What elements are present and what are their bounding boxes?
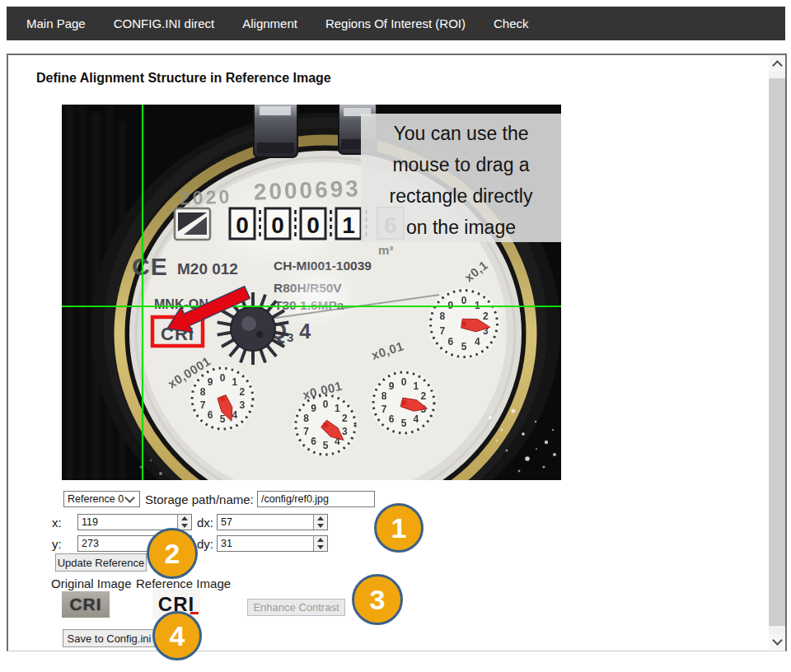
svg-text:2: 2: [483, 310, 489, 322]
svg-text:9: 9: [389, 380, 395, 392]
svg-text:1: 1: [232, 376, 237, 388]
unit-label: m³: [378, 243, 393, 257]
svg-text:1: 1: [413, 380, 419, 392]
svg-text:8: 8: [200, 386, 206, 398]
svg-text:5: 5: [323, 440, 329, 451]
dx-label: dx:: [197, 516, 213, 530]
svg-text:0: 0: [236, 212, 249, 238]
svg-text:5: 5: [461, 341, 467, 352]
chevron-down-icon: [772, 635, 783, 646]
enhance-contrast-button[interactable]: Enhance Contrast: [247, 599, 345, 616]
storage-path-label: Storage path/name:: [145, 492, 254, 506]
reference-select[interactable]: Reference 0: [63, 491, 140, 507]
svg-text:0: 0: [461, 295, 467, 306]
dy-label: dy:: [197, 537, 213, 551]
dx-input[interactable]: 57: [217, 514, 328, 530]
svg-text:0: 0: [401, 376, 407, 388]
step-badge-4: 4: [152, 611, 202, 660]
svg-text:1: 1: [335, 403, 340, 414]
x-stepper[interactable]: [177, 515, 191, 530]
nav-item-regions-of-interest-roi[interactable]: Regions Of Interest (ROI): [325, 16, 466, 30]
svg-text:8: 8: [381, 390, 387, 402]
nav-item-check[interactable]: Check: [494, 16, 529, 30]
svg-text:8: 8: [303, 413, 309, 424]
nav-item-alignment[interactable]: Alignment: [242, 16, 297, 30]
top-clip-left: [254, 105, 297, 157]
svg-text:3: 3: [342, 426, 348, 437]
storage-path-input[interactable]: /config/ref0.jpg: [257, 491, 375, 507]
svg-text:1: 1: [342, 212, 355, 238]
svg-text:7: 7: [200, 399, 206, 411]
original-image-label: Original Image: [51, 576, 132, 590]
svg-text:2000693: 2000693: [253, 175, 361, 205]
svg-text:6: 6: [208, 409, 213, 421]
svg-text:5: 5: [401, 418, 407, 429]
svg-text:3: 3: [240, 399, 246, 411]
svg-text:2020: 2020: [180, 186, 232, 209]
svg-text:7: 7: [439, 325, 445, 337]
svg-text:2: 2: [421, 390, 427, 402]
drag-hint: You can use the mouse to drag a rectangl…: [361, 114, 561, 242]
reference-image-label: Reference Image: [136, 576, 231, 590]
svg-text:6: 6: [447, 336, 453, 348]
svg-text:0: 0: [271, 212, 284, 238]
svg-text:2: 2: [342, 413, 348, 424]
svg-text:9: 9: [447, 300, 453, 311]
scroll-down-button[interactable]: [769, 633, 785, 650]
svg-text:9: 9: [311, 403, 316, 414]
x-label: x:: [52, 516, 62, 530]
scrollbar-thumb[interactable]: [769, 78, 785, 626]
chevron-up-icon: [772, 60, 783, 71]
svg-text:6: 6: [389, 413, 395, 425]
scroll-up-button[interactable]: [769, 55, 785, 72]
nav-item-main-page[interactable]: Main Page: [26, 16, 86, 30]
page-title: Define Alignment Structure in Reference …: [36, 71, 331, 86]
svg-text:0: 0: [307, 212, 320, 238]
svg-text:8: 8: [439, 310, 445, 322]
model-label: M20 012: [177, 260, 238, 278]
svg-text:4: 4: [475, 336, 480, 348]
svg-text:7: 7: [303, 426, 309, 437]
save-to-config-button[interactable]: Save to Config.ini: [63, 629, 156, 647]
page: Main PageCONFIG.INI directAlignmentRegio…: [0, 0, 791, 672]
svg-text:9: 9: [208, 376, 213, 388]
scrollbar[interactable]: [769, 55, 785, 650]
svg-text:0: 0: [220, 372, 226, 384]
svg-text:7: 7: [381, 404, 387, 415]
chevron-down-icon: [124, 492, 135, 503]
svg-text:4: 4: [413, 413, 419, 425]
logo-icon: [175, 208, 210, 240]
step-badge-2: 2: [147, 528, 198, 579]
original-image-thumbnail: CRI: [62, 591, 110, 618]
update-reference-button[interactable]: Update Reference: [55, 553, 147, 572]
nav-bar: Main PageCONFIG.INI directAlignmentRegio…: [7, 7, 785, 40]
dx-stepper[interactable]: [313, 515, 327, 530]
step-badge-3: 3: [352, 574, 403, 625]
y-label: y:: [52, 537, 62, 551]
dy-input[interactable]: 31: [217, 535, 328, 552]
reference-image[interactable]: 2020 2000693 0: [62, 105, 561, 480]
dy-stepper[interactable]: [313, 536, 327, 551]
nav-item-config-ini-direct[interactable]: CONFIG.INI direct: [114, 16, 215, 30]
svg-text:0: 0: [323, 399, 329, 410]
ce-mark: CE: [132, 253, 168, 280]
svg-text:5: 5: [220, 413, 226, 425]
svg-text:4: 4: [232, 409, 237, 421]
svg-text:1: 1: [475, 300, 480, 311]
svg-text:2: 2: [240, 386, 246, 398]
step-badge-1: 1: [374, 503, 424, 553]
svg-text:6: 6: [311, 436, 316, 447]
